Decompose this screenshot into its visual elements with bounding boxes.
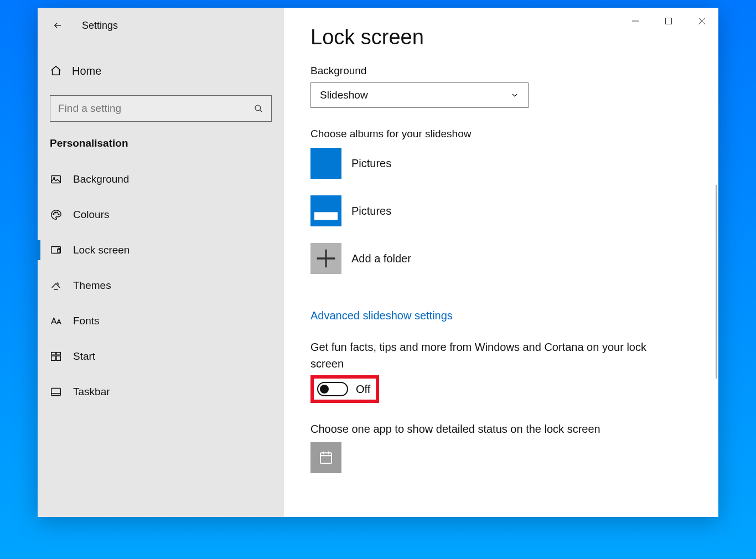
svg-rect-12 — [56, 356, 60, 360]
detailed-status-app-button[interactable] — [310, 442, 341, 473]
sidebar-item-start[interactable]: Start — [38, 339, 284, 374]
app-title: Settings — [82, 20, 118, 32]
add-folder-button[interactable] — [310, 243, 341, 274]
search-input[interactable] — [58, 102, 253, 115]
sidebar-item-taskbar[interactable]: Taskbar — [38, 374, 284, 410]
albums-label: Choose albums for your slideshow — [310, 128, 692, 140]
plus-icon — [310, 243, 341, 274]
fun-facts-label: Get fun facts, tips and more from Window… — [310, 339, 654, 372]
sidebar-item-label: Start — [73, 350, 95, 363]
svg-rect-16 — [666, 18, 672, 24]
sidebar-item-label: Themes — [73, 280, 111, 292]
scrollbar[interactable] — [716, 185, 717, 379]
svg-point-0 — [255, 105, 261, 111]
fun-facts-toggle[interactable] — [317, 382, 348, 396]
calendar-icon — [318, 449, 334, 466]
sidebar-item-lock-screen[interactable]: Lock screen — [38, 232, 284, 268]
window-controls — [619, 8, 718, 34]
svg-point-5 — [56, 212, 58, 213]
desktop-thumb-icon — [310, 195, 341, 226]
album-label: Pictures — [351, 205, 391, 218]
chevron-down-icon — [510, 91, 519, 100]
add-folder-label: Add a folder — [351, 252, 411, 265]
svg-rect-11 — [51, 356, 55, 360]
close-icon — [698, 17, 706, 25]
home-row[interactable]: Home — [38, 58, 284, 84]
minimize-button[interactable] — [619, 8, 652, 34]
sidebar-item-label: Lock screen — [73, 244, 130, 256]
advanced-slideshow-link[interactable]: Advanced slideshow settings — [310, 309, 453, 322]
lock-screen-icon — [50, 244, 62, 256]
maximize-button[interactable] — [652, 8, 685, 34]
section-label: Personalisation — [50, 137, 284, 149]
main-content: Lock screen Background Slideshow Choose … — [284, 8, 718, 517]
svg-point-4 — [55, 212, 56, 213]
album-row[interactable]: Pictures — [310, 195, 692, 226]
back-button[interactable] — [50, 18, 65, 33]
album-list: Pictures Pictures Add a folder — [310, 148, 692, 274]
detailed-status-label: Choose one app to show detailed status o… — [310, 423, 692, 436]
background-dropdown[interactable]: Slideshow — [310, 82, 529, 108]
background-label: Background — [310, 65, 692, 77]
svg-point-2 — [54, 178, 55, 179]
toggle-state-label: Off — [356, 383, 370, 396]
svg-rect-8 — [58, 250, 60, 252]
home-label: Home — [72, 65, 101, 77]
album-thumb-icon — [310, 195, 341, 226]
svg-rect-1 — [51, 176, 61, 183]
add-folder-row[interactable]: Add a folder — [310, 243, 692, 274]
svg-rect-9 — [51, 353, 55, 355]
album-thumb-icon — [310, 148, 341, 179]
search-icon — [253, 103, 263, 113]
picture-icon — [50, 173, 62, 185]
sidebar-item-label: Fonts — [73, 315, 100, 327]
close-button[interactable] — [685, 8, 718, 34]
svg-rect-10 — [56, 353, 60, 355]
sidebar-item-label: Taskbar — [73, 386, 110, 398]
album-label: Pictures — [351, 157, 391, 170]
sidebar-item-label: Background — [73, 173, 129, 185]
svg-rect-13 — [51, 389, 61, 396]
palette-icon — [50, 209, 62, 221]
fonts-icon — [50, 315, 62, 327]
sidebar-item-label: Colours — [73, 209, 109, 221]
minimize-icon — [631, 17, 639, 25]
arrow-left-icon — [53, 20, 63, 30]
album-row[interactable]: Pictures — [310, 148, 692, 179]
svg-rect-15 — [320, 453, 332, 463]
svg-point-3 — [53, 214, 54, 215]
themes-icon — [50, 280, 62, 292]
search-box[interactable] — [50, 95, 272, 122]
sidebar-item-themes[interactable]: Themes — [38, 268, 284, 303]
fun-facts-toggle-highlight: Off — [310, 375, 379, 403]
settings-window: Settings Home Personalisation Background — [38, 8, 718, 517]
start-icon — [50, 350, 62, 363]
dropdown-value: Slideshow — [320, 89, 368, 101]
svg-point-6 — [58, 214, 59, 215]
sidebar: Settings Home Personalisation Background — [38, 8, 284, 517]
sidebar-item-background[interactable]: Background — [38, 162, 284, 197]
sidebar-item-fonts[interactable]: Fonts — [38, 303, 284, 339]
taskbar-icon — [50, 386, 62, 398]
sidebar-item-colours[interactable]: Colours — [38, 197, 284, 232]
titlebar: Settings — [38, 12, 284, 39]
home-icon — [50, 65, 62, 77]
svg-rect-14 — [314, 212, 338, 220]
maximize-icon — [665, 17, 672, 25]
